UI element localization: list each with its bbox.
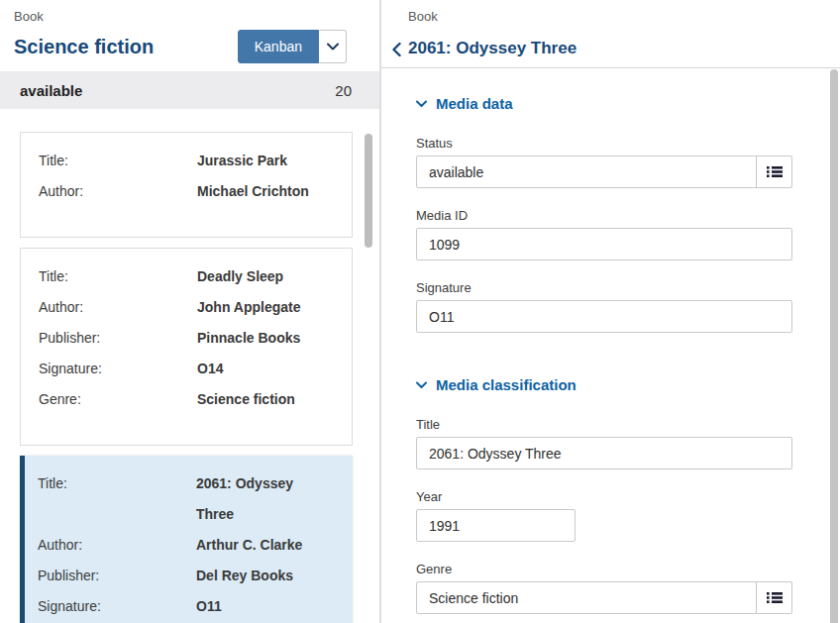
- card-row: Publisher: Pinnacle Books: [39, 323, 334, 354]
- card-field-value: Jurassic Park: [197, 146, 287, 176]
- card-field-label: Author:: [39, 292, 197, 323]
- chevron-left-icon: [392, 43, 401, 56]
- left-breadcrumb: Book: [14, 9, 44, 24]
- page-title: Science fiction: [14, 36, 154, 58]
- group-header-available[interactable]: available 20: [0, 71, 379, 109]
- section-title: Media classification: [436, 376, 577, 393]
- card-row: Author: Michael Crichton: [39, 176, 334, 207]
- card-field-value: Pinnacle Books: [197, 323, 300, 354]
- group-count: 20: [335, 82, 352, 99]
- field-label: Signature: [416, 280, 792, 295]
- card-field-value: John Applegate: [197, 292, 301, 323]
- card-row: Title: Deadly Sleep: [39, 261, 334, 292]
- text-input[interactable]: [416, 581, 792, 614]
- book-card[interactable]: Title: Deadly Sleep Author: John Applega…: [20, 248, 353, 446]
- chevron-down-icon: [327, 43, 339, 51]
- view-dropdown-button[interactable]: [319, 30, 347, 63]
- view-switcher: Kanban: [238, 30, 347, 63]
- card-row: Genre: Science fiction: [39, 384, 334, 415]
- form-field: Genre: [416, 562, 792, 614]
- text-input[interactable]: [416, 156, 792, 188]
- section-header[interactable]: Media data: [416, 95, 792, 112]
- card-field-value: Del Rey Books: [196, 561, 293, 591]
- form-section: Media data Status Media ID Signat: [416, 95, 792, 333]
- card-field-label: Author:: [39, 176, 197, 207]
- kanban-view-button[interactable]: Kanban: [238, 30, 319, 63]
- text-input[interactable]: [416, 437, 792, 469]
- card-field-label: Publisher:: [38, 561, 196, 591]
- card-field-value: Michael Crichton: [197, 176, 309, 207]
- card-row: Title: 2061: Odyssey Three: [38, 468, 335, 530]
- field-label: Genre: [416, 562, 792, 576]
- section-header[interactable]: Media classification: [416, 376, 792, 393]
- form-field: Year: [416, 489, 792, 542]
- section-title: Media data: [436, 95, 513, 112]
- card-row: Author: John Applegate: [39, 292, 334, 323]
- card-row: Author: Arthur C. Clarke: [38, 530, 335, 561]
- detail-title: 2061: Odyssey Three: [408, 39, 577, 58]
- book-list-panel: Book Science fiction Kanban available 20…: [0, 0, 379, 623]
- card-field-label: Title:: [39, 146, 197, 176]
- group-label: available: [20, 82, 335, 99]
- card-field-label: Author:: [38, 530, 196, 561]
- form-field: Media ID: [416, 208, 792, 260]
- card-field-label: Genre:: [39, 384, 197, 415]
- card-field-label: Signature:: [39, 354, 197, 384]
- left-scrollbar-thumb[interactable]: [365, 134, 372, 248]
- list-icon: [767, 165, 783, 178]
- text-input[interactable]: [416, 228, 792, 260]
- right-scrollbar-thumb[interactable]: [830, 69, 838, 623]
- app-window: Book Science fiction Kanban available 20…: [0, 0, 840, 623]
- card-field-value: Arthur C. Clarke: [196, 530, 302, 561]
- card-field-label: Signature:: [38, 591, 196, 622]
- book-card[interactable]: Title: 2061: Odyssey Three Author: Arthu…: [20, 456, 353, 623]
- card-field-label: Title:: [38, 468, 196, 530]
- form-field: Status: [416, 136, 792, 188]
- field-label: Year: [416, 489, 792, 504]
- text-input[interactable]: [416, 300, 792, 333]
- card-field-label: Publisher:: [39, 323, 197, 354]
- back-button[interactable]: [387, 40, 405, 59]
- value-help-button[interactable]: [756, 156, 792, 188]
- value-help-button[interactable]: [756, 581, 792, 614]
- card-field-value: Science fiction: [197, 384, 295, 415]
- detail-panel: Book 2061: Odyssey Three Media data Stat…: [381, 0, 840, 623]
- card-row: Signature: O14: [39, 354, 334, 384]
- form-section: Media classification Title Year Genre: [416, 376, 792, 614]
- card-field-value: Deadly Sleep: [197, 261, 283, 292]
- card-field-label: Title:: [39, 261, 197, 292]
- card-row: Title: Jurassic Park: [39, 146, 334, 176]
- text-input[interactable]: [416, 509, 576, 542]
- chevron-down-icon: [416, 381, 427, 389]
- card-field-value: 2061: Odyssey Three: [196, 468, 335, 530]
- field-label: Title: [416, 417, 792, 432]
- right-breadcrumb: Book: [408, 9, 438, 24]
- list-icon: [767, 591, 783, 604]
- detail-form: Media data Status Media ID Signat: [381, 68, 840, 623]
- card-field-value: O11: [196, 591, 222, 622]
- form-field: Signature: [416, 280, 792, 333]
- card-list: Title: Jurassic Park Author: Michael Cri…: [0, 109, 379, 623]
- card-row: Signature: O11: [38, 591, 335, 622]
- chevron-down-icon: [416, 100, 427, 108]
- card-row: Publisher: Del Rey Books: [38, 561, 335, 591]
- field-label: Status: [416, 136, 792, 151]
- field-label: Media ID: [416, 208, 792, 223]
- form-field: Title: [416, 417, 792, 469]
- book-card[interactable]: Title: Jurassic Park Author: Michael Cri…: [20, 132, 353, 238]
- card-field-value: O14: [197, 354, 223, 384]
